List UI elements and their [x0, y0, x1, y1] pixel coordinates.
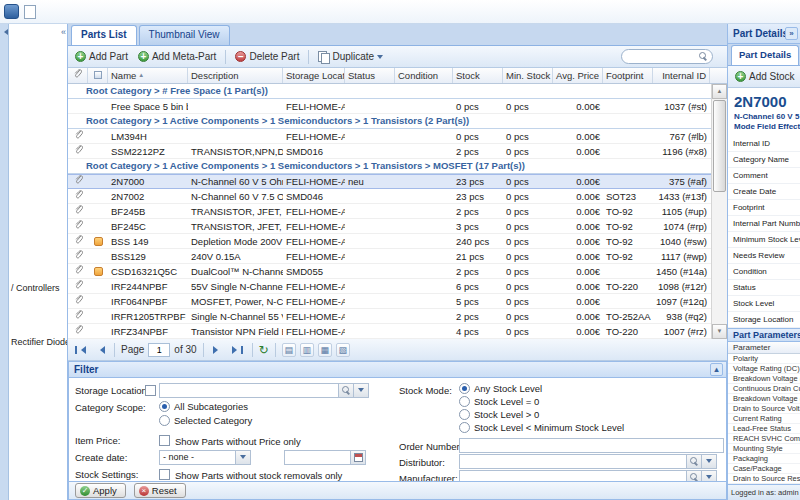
manufacturer-input[interactable]	[459, 470, 717, 481]
part-row[interactable]: SSM2212PZTRANSISTOR,NPN,DUAL,A...SMD0162…	[68, 144, 727, 159]
cell-footprint: SOT23	[603, 189, 653, 203]
parts-search-input[interactable]	[626, 52, 696, 62]
dropdown-trigger[interactable]	[235, 451, 250, 464]
part-name: 2N7000	[728, 88, 800, 112]
tree-collapse-icon[interactable]: «	[61, 28, 66, 37]
tab-thumbnail-view[interactable]: Thumbnail View	[139, 25, 230, 45]
group-header[interactable]: Root Category > 1 Active Components > 1 …	[68, 114, 727, 129]
part-row[interactable]: IRF244NPBF55V Single N-Channel HEX...FEL…	[68, 279, 727, 294]
first-page-icon[interactable]	[72, 342, 88, 358]
reset-button[interactable]: × Reset	[134, 483, 186, 498]
attachment-icon	[73, 70, 82, 81]
part-row[interactable]: BSS129240V 0.15AFELI-HOME-A08521 pcs0 pc…	[68, 249, 727, 264]
cell-description: 55V Single N-Channel HEX...	[188, 279, 283, 293]
column-header-internal-id[interactable]: Internal ID	[653, 68, 710, 83]
group-header[interactable]: Root Category > # Free Space (1 Part(s))	[68, 84, 727, 99]
add-stock-button[interactable]: + Add Stock	[732, 70, 798, 83]
category-tree[interactable]: « / ControllersRectifier Diodes	[9, 24, 68, 500]
part-row[interactable]: Free Space 5 bin box x3FELI-HOME-A0580 p…	[68, 99, 727, 114]
column-header-flag[interactable]	[88, 68, 108, 83]
search-trigger[interactable]	[686, 455, 701, 468]
part-row[interactable]: CSD16321Q5CDualCool™ N-Channel Nex...SMD…	[68, 264, 727, 279]
search-icon[interactable]	[699, 52, 708, 61]
column-header-description[interactable]: Description	[188, 68, 283, 83]
tree-node[interactable]: / Controllers	[11, 283, 60, 293]
add-meta-part-button[interactable]: + Add Meta-Part	[135, 50, 219, 63]
attachment-cell	[68, 249, 88, 263]
collapsed-panel-strip[interactable]	[0, 24, 9, 500]
distributor-input[interactable]	[459, 454, 717, 469]
parameter-row: Packaging	[728, 454, 800, 464]
order-number-input[interactable]	[459, 438, 724, 453]
part-row[interactable]: BF245CTRANSISTOR, JFET, N, TO-...FELI-HO…	[68, 219, 727, 234]
part-row[interactable]: IRFR1205TRPBFSingle N-Channel 55 V 107..…	[68, 309, 727, 324]
app-icon[interactable]	[4, 4, 19, 19]
storage-location-checkbox[interactable]	[145, 385, 156, 396]
column-header-status[interactable]: Status	[345, 68, 395, 83]
collapse-filter-icon[interactable]: ▴	[710, 363, 723, 376]
part-row[interactable]: LM394HFELI-HOME-A0940 pcs0 pcs0.00€767 (…	[68, 129, 727, 144]
stock-mode-option[interactable]: Stock Level < Minimum Stock Level	[459, 421, 624, 434]
calendar-trigger[interactable]	[350, 451, 365, 464]
item-price-checkbox[interactable]	[159, 435, 170, 446]
detail-tabbar: Part Details Stock History	[728, 44, 800, 66]
delete-part-button[interactable]: − Delete Part	[232, 50, 302, 63]
refresh-icon[interactable]: ↻	[259, 344, 269, 356]
group-header[interactable]: Root Category > 1 Active Components > 1 …	[68, 159, 727, 174]
stock-settings-checkbox[interactable]	[159, 469, 170, 480]
add-meta-icon: +	[138, 51, 149, 62]
page-input[interactable]	[148, 343, 170, 357]
tab-parts-list[interactable]: Parts List	[71, 25, 137, 45]
dropdown-trigger[interactable]	[701, 455, 716, 468]
scroll-down-icon[interactable]: ▼	[712, 324, 727, 339]
column-header-storage-location[interactable]: Storage Location	[283, 68, 345, 83]
stock-mode-option[interactable]: Stock Level = 0	[459, 395, 624, 408]
column-header-min-stock[interactable]: Min. Stock	[503, 68, 553, 83]
part-row[interactable]: BSS 149Depletion Mode 200V 0.35AFELI-HOM…	[68, 234, 727, 249]
document-icon[interactable]	[24, 5, 36, 19]
part-row[interactable]: 2N7002N-Channel 60 V 7.5 Ohm S...SMD0462…	[68, 189, 727, 204]
create-date-select[interactable]: - none -	[159, 450, 251, 465]
create-date-input[interactable]	[284, 450, 366, 465]
collapse-groups-icon[interactable]: ▥	[300, 343, 314, 357]
part-row[interactable]: IRFZ34NPBFTransistor NPN Field Effect...…	[68, 324, 727, 339]
column-header-avg-price[interactable]: Avg. Price	[553, 68, 603, 83]
dropdown-trigger[interactable]	[701, 471, 716, 481]
tab-part-details[interactable]: Part Details	[731, 45, 799, 65]
part-row[interactable]: BF245BTRANSISTOR, JFET, N, TO-...FELI-HO…	[68, 204, 727, 219]
grid-settings-icon[interactable]: ▧	[336, 343, 350, 357]
column-header-name[interactable]: Name▲	[108, 68, 188, 83]
storage-location-input[interactable]	[159, 383, 369, 398]
expand-groups-icon[interactable]: ▤	[282, 343, 296, 357]
dropdown-trigger[interactable]	[353, 384, 368, 397]
stock-mode-option[interactable]: Stock Level > 0	[459, 408, 624, 421]
category-scope-option[interactable]: All Subcategories	[159, 399, 252, 413]
scrollbar-thumb[interactable]	[713, 100, 726, 192]
add-icon: +	[735, 71, 746, 82]
part-row[interactable]: 2N7000N-Channel 60 V 5 Ohm En...FELI-HOM…	[68, 174, 727, 189]
column-header-footprint[interactable]: Footprint	[603, 68, 653, 83]
search-trigger[interactable]	[686, 471, 701, 481]
apply-button[interactable]: ✓ Apply	[75, 483, 126, 498]
cell-storage-location: FELI-HOME-A046	[283, 309, 345, 323]
prev-page-icon[interactable]	[92, 342, 108, 358]
next-page-icon[interactable]	[210, 342, 226, 358]
add-part-button[interactable]: + Add Part	[72, 50, 131, 63]
duplicate-button[interactable]: Duplicate	[315, 50, 386, 64]
expand-panel-icon[interactable]: »	[785, 27, 798, 40]
category-scope-option[interactable]: Selected Category	[159, 413, 252, 427]
grid-view-icon[interactable]: ▦	[318, 343, 332, 357]
column-header-stock[interactable]: Stock	[453, 68, 503, 83]
column-header-attachments[interactable]	[68, 68, 88, 83]
scroll-up-icon[interactable]: ▲	[712, 84, 727, 99]
part-row[interactable]: IRF064NPBFMOSFET, Power, N-Ch; VD...FELI…	[68, 294, 727, 309]
cell-avg-price: 0.00€	[553, 204, 603, 218]
grid-scrollbar[interactable]: ▲ ▼	[711, 84, 727, 339]
search-trigger[interactable]	[338, 384, 353, 397]
stock-mode-option[interactable]: Any Stock Level	[459, 382, 624, 395]
column-header-condition[interactable]: Condition	[395, 68, 453, 83]
last-page-icon[interactable]	[230, 342, 246, 358]
cell-storage-location: FELI-HOME-A047	[283, 294, 345, 308]
parameter-column-header[interactable]: Parameter	[728, 342, 800, 354]
tree-node[interactable]: Rectifier Diodes	[11, 337, 68, 347]
